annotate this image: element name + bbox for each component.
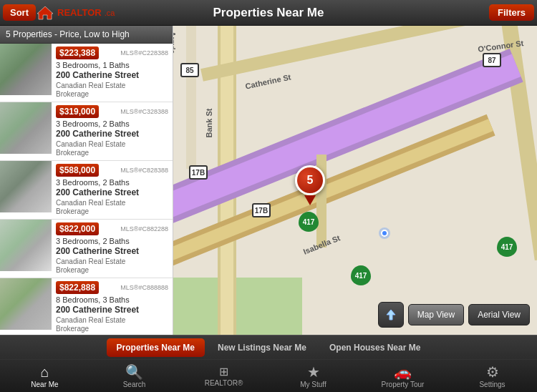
property-item-3[interactable]: $588,000 MLS®#C828388 3 Bedrooms, 2 Bath…	[0, 161, 173, 220]
hwy-17b-shield-1: 17B	[189, 165, 208, 180]
user-location-dot	[381, 230, 388, 237]
property-brokerage-3: Canadian Real EstateBrokerage	[56, 199, 168, 216]
bank-st-label: Bank St	[205, 109, 213, 138]
property-item-1[interactable]: $223,388 MLS®#C228388 3 Bedrooms, 1 Bath…	[0, 44, 173, 102]
property-mls-1: MLS®#C228388	[120, 49, 168, 57]
property-details-4: $822,000 MLS®#C882288 3 Bedrooms, 2 Bath…	[52, 220, 173, 278]
logo-text: REALTOR	[57, 7, 102, 18]
property-image-3	[0, 161, 52, 212]
location-icon	[384, 308, 397, 321]
settings-icon: ⚙	[486, 365, 499, 379]
property-price-row-3: $588,000 MLS®#C828388	[56, 164, 168, 177]
subtab-new-listings[interactable]: New Listings Near Me	[208, 338, 316, 357]
property-tour-icon: 🚗	[394, 365, 412, 379]
marker-count: 5	[307, 174, 314, 187]
property-beds-5: 8 Bedrooms, 3 Baths	[56, 295, 168, 304]
main-tab-near-me[interactable]: ⌂ Near Me	[0, 360, 90, 392]
property-image-4	[0, 220, 52, 271]
property-details-1: $223,388 MLS®#C228388 3 Bedrooms, 1 Bath…	[52, 44, 173, 102]
map-background: Argyle Bank St Catherine St Isabella St …	[173, 26, 537, 335]
property-address-1: 200 Catherine Street	[56, 70, 168, 80]
svg-marker-0	[37, 6, 53, 19]
property-price-4: $822,000	[56, 222, 99, 235]
realtor-icon: ⊞	[219, 366, 228, 378]
bottom-tab-bar: Properties Near Me New Listings Near Me …	[0, 335, 537, 392]
property-mls-4: MLS®#C882288	[120, 225, 168, 232]
property-address-3: 200 Catherine Street	[56, 187, 168, 197]
argyle-label: Argyle	[173, 31, 176, 54]
property-mls-2: MLS®#C328388	[120, 108, 168, 115]
property-item-4[interactable]: $822,000 MLS®#C882288 3 Bedrooms, 2 Bath…	[0, 220, 173, 278]
property-price-row-5: $822,888 MLS®#C888888	[56, 281, 168, 294]
my-stuff-label: My Stuff	[300, 381, 326, 388]
filters-button[interactable]: Filters	[489, 4, 534, 21]
properties-list: 5 Properties - Price, Low to High $223,3…	[0, 26, 173, 335]
property-item-5[interactable]: $822,888 MLS®#C888888 8 Bedrooms, 3 Bath…	[0, 278, 173, 335]
sub-tab-bar: Properties Near Me New Listings Near Me …	[0, 335, 537, 360]
property-thumb-3	[0, 161, 52, 212]
marker-circle: 5	[295, 165, 325, 195]
property-brokerage-5: Canadian Real EstateBrokerage	[56, 316, 168, 333]
park-area	[173, 278, 302, 335]
properties-count: 5 Properties - Price, Low to High	[0, 26, 173, 44]
main-tab-my-stuff[interactable]: ★ My Stuff	[268, 360, 358, 392]
app-header: Sort REALTOR.ca Properties Near Me Filte…	[0, 0, 537, 26]
property-item-2[interactable]: $319,000 MLS®#C328388 3 Bedrooms, 2 Bath…	[0, 102, 173, 161]
property-price-3: $588,000	[56, 164, 99, 177]
search-label: Search	[123, 381, 146, 388]
property-price-row-1: $223,388 MLS®#C228388	[56, 46, 168, 59]
app-logo: REALTOR.ca	[36, 5, 115, 21]
property-image-2	[0, 102, 52, 154]
property-address-5: 200 Catherine Street	[56, 305, 168, 315]
hwy-17b-shield-2: 17B	[252, 203, 271, 217]
property-details-2: $319,000 MLS®#C328388 3 Bedrooms, 2 Bath…	[52, 102, 173, 160]
property-thumb-5	[0, 278, 52, 330]
map-view-button[interactable]: Map View	[408, 304, 464, 325]
property-address-2: 200 Catherine Street	[56, 129, 168, 139]
main-tab-property-tour[interactable]: 🚗 Property Tour	[358, 360, 448, 392]
subtab-properties-near-me[interactable]: Properties Near Me	[107, 338, 205, 357]
property-beds-4: 3 Bedrooms, 2 Baths	[56, 237, 168, 245]
map-marker[interactable]: 5	[295, 165, 325, 205]
subtab-open-houses[interactable]: Open Houses Near Me	[319, 338, 430, 357]
realtor-label: REALTOR®	[205, 379, 243, 387]
logo-house-icon	[36, 5, 54, 21]
map-area[interactable]: Argyle Bank St Catherine St Isabella St …	[173, 26, 537, 335]
main-tab-settings[interactable]: ⚙ Settings	[448, 360, 537, 392]
property-thumb-1	[0, 44, 52, 95]
svg-marker-1	[387, 310, 395, 320]
property-mls-5: MLS®#C888888	[120, 284, 168, 291]
property-beds-3: 3 Bedrooms, 2 Baths	[56, 178, 168, 187]
main-tab-bar: ⌂ Near Me 🔍 Search ⊞ REALTOR® ★ My Stuff…	[0, 360, 537, 392]
property-beds-1: 3 Bedrooms, 1 Baths	[56, 61, 168, 69]
property-beds-2: 3 Bedrooms, 2 Baths	[56, 119, 168, 128]
property-price-row-4: $822,000 MLS®#C882288	[56, 222, 168, 235]
main-tab-realtor[interactable]: ⊞ REALTOR®	[179, 360, 268, 392]
property-brokerage-1: Canadian Real EstateBrokerage	[56, 82, 168, 99]
argyle-road	[186, 26, 196, 169]
map-controls: Map View Aerial View	[378, 302, 530, 328]
property-brokerage-4: Canadian Real EstateBrokerage	[56, 258, 168, 275]
aerial-view-button[interactable]: Aerial View	[468, 304, 530, 325]
near-me-icon: ⌂	[40, 365, 49, 379]
property-tour-label: Property Tour	[382, 381, 425, 388]
hwy-87-shield: 87	[483, 53, 501, 67]
hwy-417-shield-1: 417	[299, 212, 319, 232]
sort-button[interactable]: Sort	[3, 4, 36, 21]
property-thumb-2	[0, 102, 52, 154]
page-title: Properties Near Me	[213, 6, 324, 20]
property-mls-3: MLS®#C828388	[120, 167, 168, 174]
property-details-3: $588,000 MLS®#C828388 3 Bedrooms, 2 Bath…	[52, 161, 173, 219]
search-icon: 🔍	[125, 365, 143, 379]
hwy-417-shield-3: 417	[497, 237, 517, 257]
property-details-5: $822,888 MLS®#C888888 8 Bedrooms, 3 Bath…	[52, 278, 173, 335]
property-price-1: $223,388	[56, 46, 99, 59]
main-tab-search[interactable]: 🔍 Search	[90, 360, 179, 392]
property-image-1	[0, 44, 52, 95]
location-button[interactable]	[378, 302, 404, 328]
property-price-5: $822,888	[56, 281, 99, 294]
settings-label: Settings	[479, 381, 505, 388]
property-image-5	[0, 278, 52, 330]
property-price-row-2: $319,000 MLS®#C328388	[56, 105, 168, 118]
marker-tail	[304, 195, 316, 205]
